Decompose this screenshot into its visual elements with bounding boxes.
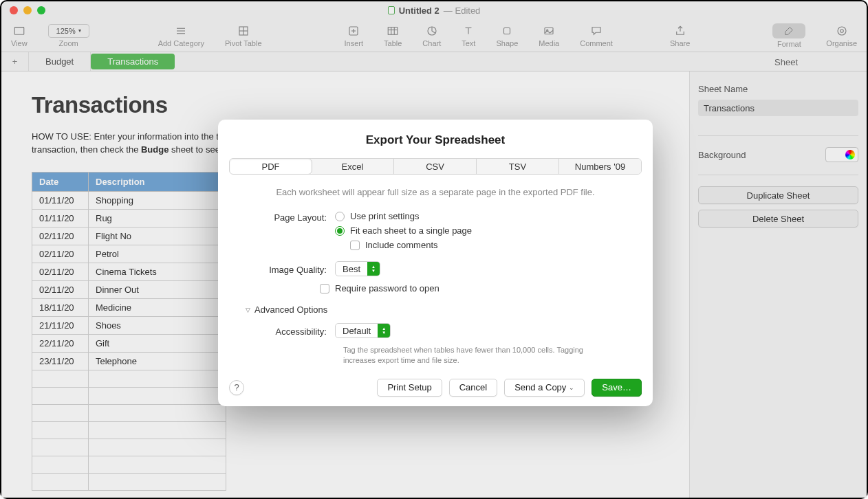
transactions-table[interactable]: Date Description 01/11/20Shopping01/11/2… bbox=[32, 172, 226, 491]
toolbar-add-category[interactable]: Add Category bbox=[158, 24, 204, 47]
sheet-name-label: Sheet Name bbox=[698, 84, 858, 94]
table-row[interactable]: 02/11/20Cinema Tickets bbox=[32, 263, 226, 280]
toolbar-comment[interactable]: Comment bbox=[580, 24, 613, 47]
sheet-label-right: Sheet bbox=[774, 52, 798, 71]
svg-rect-18 bbox=[504, 27, 510, 34]
image-quality-select[interactable]: Best bbox=[335, 261, 380, 276]
svg-point-22 bbox=[840, 29, 843, 32]
table-row[interactable]: 02/11/20Flight No bbox=[32, 227, 226, 245]
toolbar-shape[interactable]: Shape bbox=[496, 24, 518, 47]
window-close-button[interactable] bbox=[10, 6, 18, 14]
radio-fit-single-page[interactable]: Fit each sheet to a single page bbox=[335, 225, 625, 236]
accessibility-label: Accessibility: bbox=[246, 325, 335, 337]
toolbar: View 125%▾ Zoom Add Category Pivot Table… bbox=[1, 19, 867, 52]
table-row[interactable]: 02/11/20Dinner Out bbox=[32, 280, 226, 298]
toolbar-view[interactable]: View bbox=[11, 24, 28, 47]
cancel-button[interactable]: Cancel bbox=[449, 379, 497, 397]
tab-csv[interactable]: CSV bbox=[394, 159, 477, 174]
table-row[interactable]: 21/11/20Shoes bbox=[32, 316, 226, 334]
tab-tsv[interactable]: TSV bbox=[477, 159, 559, 174]
table-row[interactable] bbox=[32, 404, 226, 421]
toolbar-pivot-table[interactable]: Pivot Table bbox=[225, 24, 262, 47]
toolbar-zoom[interactable]: 125%▾ Zoom bbox=[48, 24, 89, 47]
export-dialog-title: Export Your Spreadsheet bbox=[218, 120, 653, 158]
table-row[interactable]: 02/11/20Petrol bbox=[32, 245, 226, 263]
print-setup-button[interactable]: Print Setup bbox=[377, 379, 442, 397]
toolbar-insert[interactable]: Insert bbox=[345, 24, 364, 47]
toolbar-share[interactable]: Share bbox=[670, 24, 690, 47]
toolbar-format[interactable]: Format bbox=[772, 23, 805, 48]
accessibility-select[interactable]: Default bbox=[335, 323, 391, 338]
rainbow-icon bbox=[845, 150, 855, 159]
inspector-panel: Sheet Name Background Duplicate Sheet De… bbox=[689, 71, 867, 498]
help-button[interactable]: ? bbox=[229, 380, 244, 395]
duplicate-sheet-button[interactable]: Duplicate Sheet bbox=[698, 186, 858, 204]
table-row[interactable] bbox=[32, 387, 226, 404]
delete-sheet-button[interactable]: Delete Sheet bbox=[698, 210, 858, 228]
export-description: Each worksheet will appear full size as … bbox=[246, 187, 625, 197]
tab-excel[interactable]: Excel bbox=[312, 159, 394, 174]
toolbar-chart[interactable]: Chart bbox=[422, 24, 441, 47]
export-format-tabs: PDF Excel CSV TSV Numbers '09 bbox=[229, 158, 642, 175]
table-row[interactable]: 01/11/20Rug bbox=[32, 209, 226, 227]
table-row[interactable] bbox=[32, 421, 226, 439]
window-edited-state: — Edited bbox=[444, 5, 481, 16]
advanced-options-disclosure[interactable]: ▽ Advanced Options bbox=[246, 304, 625, 315]
doc-proxy-icon[interactable] bbox=[388, 6, 395, 14]
tab-numbers09[interactable]: Numbers '09 bbox=[559, 159, 641, 174]
select-stepper-icon bbox=[378, 323, 390, 338]
svg-rect-11 bbox=[388, 27, 398, 34]
app-window: Untitled 2 — Edited View 125%▾ Zoom Add … bbox=[0, 0, 868, 499]
toolbar-organise[interactable]: Organise bbox=[826, 24, 857, 47]
chevron-down-icon: ⌄ bbox=[569, 384, 574, 391]
window-minimize-button[interactable] bbox=[23, 6, 32, 14]
svg-point-21 bbox=[838, 27, 846, 35]
toolbar-table[interactable]: Table bbox=[384, 24, 402, 47]
image-quality-label: Image Quality: bbox=[246, 263, 335, 275]
table-row[interactable]: 01/11/20Shopping bbox=[32, 191, 226, 209]
col-date[interactable]: Date bbox=[32, 172, 89, 191]
select-stepper-icon bbox=[367, 261, 380, 276]
page-layout-label: Page Layout: bbox=[246, 211, 335, 223]
window-title: Untitled 2 bbox=[399, 5, 440, 16]
svg-rect-0 bbox=[14, 27, 24, 34]
radio-use-print-settings[interactable]: Use print settings bbox=[335, 211, 625, 221]
sheet-tabs-bar: + Budget Transactions Sheet bbox=[1, 52, 867, 71]
table-row[interactable] bbox=[32, 439, 226, 456]
sheet-tab-budget[interactable]: Budget bbox=[29, 52, 91, 71]
table-row[interactable]: 22/11/20Gift bbox=[32, 334, 226, 352]
col-description[interactable]: Description bbox=[89, 172, 226, 191]
accessibility-note: Tag the spreadsheet when tables have few… bbox=[343, 345, 605, 366]
toolbar-text[interactable]: Text bbox=[462, 24, 475, 47]
table-row[interactable] bbox=[32, 456, 226, 473]
window-zoom-button[interactable] bbox=[37, 6, 45, 14]
sheet-name-input[interactable] bbox=[698, 100, 858, 116]
background-label: Background bbox=[698, 150, 746, 160]
table-row[interactable]: 18/11/20Medicine bbox=[32, 298, 226, 316]
send-a-copy-button[interactable]: Send a Copy⌄ bbox=[504, 379, 585, 397]
checkbox-require-password[interactable]: Require password to open bbox=[320, 283, 625, 293]
table-row[interactable]: 23/11/20Telephone bbox=[32, 352, 226, 370]
chevron-down-icon: ▽ bbox=[246, 307, 250, 313]
sheet-tab-transactions[interactable]: Transactions bbox=[91, 54, 175, 69]
checkbox-include-comments[interactable]: Include comments bbox=[350, 240, 625, 250]
table-row[interactable] bbox=[32, 473, 226, 490]
page-title: Transactions bbox=[32, 92, 689, 118]
svg-rect-19 bbox=[545, 27, 553, 34]
background-color-well[interactable] bbox=[825, 147, 858, 162]
toolbar-media[interactable]: Media bbox=[539, 24, 559, 47]
table-row[interactable] bbox=[32, 370, 226, 387]
add-sheet-button[interactable]: + bbox=[1, 52, 29, 71]
export-dialog: Export Your Spreadsheet PDF Excel CSV TS… bbox=[218, 120, 653, 406]
titlebar: Untitled 2 — Edited bbox=[1, 1, 867, 19]
save-button[interactable]: Save… bbox=[592, 379, 642, 397]
tab-pdf[interactable]: PDF bbox=[229, 158, 312, 175]
